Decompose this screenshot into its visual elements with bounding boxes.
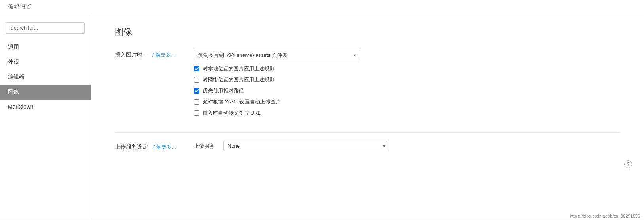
topbar-title: 偏好设置 [8, 3, 32, 10]
upload-row: 上传服务设定 了解更多... 上传服务 None ▼ [115, 141, 620, 151]
insert-row: 插入图片时... 了解更多... 复制图片到 ./${filename}.ass… [115, 50, 620, 120]
search-input[interactable] [6, 22, 85, 34]
checkbox-escape: 插入时自动转义图片 URL [194, 109, 620, 117]
insert-controls: 复制图片到 ./${filename}.assets 文件夹 不做任何事 移动图… [194, 50, 620, 120]
search-wrapper [0, 22, 91, 39]
topbar: 偏好设置 [0, 0, 644, 14]
sidebar-item-editor[interactable]: 编辑器 [0, 70, 91, 85]
checkbox-yaml-input[interactable] [194, 99, 199, 105]
sidebar-item-markdown[interactable]: Markdown [0, 100, 91, 114]
section-divider [115, 132, 620, 133]
status-bar: https://blog.csdn.net/b/cn_98251856 [566, 212, 644, 220]
insert-section: 插入图片时... 了解更多... 复制图片到 ./${filename}.ass… [115, 50, 620, 120]
sidebar: 通用 外观 编辑器 图像 Markdown [0, 14, 91, 220]
insert-dropdown-wrapper: 复制图片到 ./${filename}.assets 文件夹 不做任何事 移动图… [194, 50, 360, 60]
insert-dropdown[interactable]: 复制图片到 ./${filename}.assets 文件夹 不做任何事 移动图… [194, 50, 360, 60]
upload-label: 上传服务设定 了解更多... [115, 142, 194, 150]
checkbox-escape-input[interactable] [194, 110, 199, 116]
upload-service-label: 上传服务 [194, 143, 215, 150]
content-area: 图像 插入图片时... 了解更多... 复制图片到 ./${filename}.… [91, 14, 644, 220]
status-url: https://blog.csdn.net/b/cn_98251856 [570, 214, 640, 218]
insert-label: 插入图片时... 了解更多... [115, 50, 194, 58]
checkbox-yaml: 允许根据 YAML 设置自动上传图片 [194, 98, 620, 105]
help-icon[interactable]: ? [624, 160, 632, 168]
upload-dropdown[interactable]: None [223, 141, 389, 151]
checkbox-network-input[interactable] [194, 77, 199, 83]
insert-learn-more-link[interactable]: 了解更多... [150, 52, 175, 58]
sidebar-item-general[interactable]: 通用 [0, 39, 91, 55]
checkbox-network: 对网络位置的图片应用上述规则 [194, 76, 620, 83]
checkbox-local: 对本地位置的图片应用上述规则 [194, 65, 620, 72]
checkbox-relative-input[interactable] [194, 88, 199, 94]
upload-controls: 上传服务 None ▼ [194, 141, 389, 151]
upload-dropdown-wrapper: None ▼ [223, 141, 389, 151]
page-title: 图像 [115, 26, 620, 38]
checkbox-local-input[interactable] [194, 66, 199, 71]
upload-learn-more-link[interactable]: 了解更多... [151, 144, 176, 150]
insert-checkboxes: 对本地位置的图片应用上述规则 对网络位置的图片应用上述规则 优先使用相对路径 [194, 65, 620, 117]
sidebar-item-appearance[interactable]: 外观 [0, 55, 91, 70]
main-container: 通用 外观 编辑器 图像 Markdown 图像 插入图片时... 了解更多..… [0, 14, 644, 220]
checkbox-relative: 优先使用相对路径 [194, 87, 620, 94]
upload-section: 上传服务设定 了解更多... 上传服务 None ▼ [115, 141, 620, 151]
sidebar-item-images[interactable]: 图像 [0, 85, 91, 100]
